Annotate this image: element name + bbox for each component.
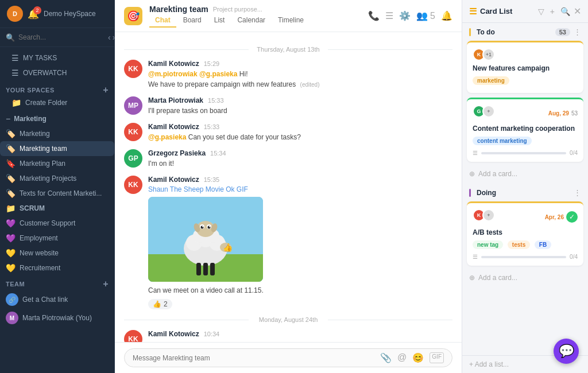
search-bar[interactable]: 🔍 ‹ › [0,28,114,47]
chat-input[interactable] [133,354,376,362]
space-icon: 💛 [6,263,16,273]
add-card-todo-button[interactable]: ⊕ Add a card... [462,166,588,181]
attachment-icon[interactable]: 📎 [380,352,392,363]
sidebar-item-new-website[interactable]: 💛 New website [0,246,114,261]
message-sender: Kamil Kotowicz [148,176,199,184]
space-icon: 💛 [6,248,16,258]
bell-icon[interactable]: 🔔 [441,10,452,21]
card-item[interactable]: K +1 New features campaign marketing [467,41,583,93]
tab-chat[interactable]: Chat [149,14,176,28]
card-subtask-count: 53 [571,110,578,116]
card-panel: ☰ Card List ▽ + 🔍 ✕ To do 53 ⋮ K +1 New … [462,0,588,373]
create-folder-label: Create Folder [25,99,103,107]
message-text: Can we meet on a video call at 11.15. [148,285,452,296]
item-label: Marketing Plan [20,160,109,168]
card-tag-tests: tests [508,240,530,249]
sidebar-item-texts-content[interactable]: 🏷️ Texts for Content Marketi... [0,186,114,201]
sidebar-item-employment[interactable]: 💜 Employment [0,231,114,246]
svg-point-14 [209,226,210,227]
members-icon[interactable]: 👥 5 [416,10,435,21]
sidebar-item-get-chat-link[interactable]: 🔗 Get a Chat link [0,290,114,309]
reaction-emoji: 👍 [153,300,161,308]
card-tags: new tag tests FB [473,240,578,251]
your-spaces-label[interactable]: YOUR SPACES + [6,85,109,95]
message-body: Kamil Kotowicz 10:34 [148,330,452,342]
sidebar-item-marekting-team[interactable]: 🏷️ Marekting team [0,141,114,156]
emoji-icon[interactable]: 😊 [412,352,424,363]
filter-icon[interactable]: ▽ [538,7,544,16]
sidebar-item-marta[interactable]: M Marta Piotrowiak (You) [0,309,114,327]
progress-text: 0/4 [570,254,578,260]
scrum-icon: 📁 [6,204,16,213]
shaun-gif: 👍 [148,197,263,282]
sidebar-item-create-folder[interactable]: 📁 Create Folder [6,95,109,110]
at-icon[interactable]: @ [397,352,407,363]
message-body: Kamil Kotowicz 15:33 @g.pasieka Can you … [148,123,452,142]
search-icon[interactable]: 🔍 [560,7,570,16]
sidebar-item-recruitement[interactable]: 💛 Recruitement [0,261,114,275]
add-card-doing-button[interactable]: ⊕ Add a card... [462,270,588,285]
card-item[interactable]: K + Apr, 26 ✓ A/B tests new tag tests FB… [467,201,583,266]
item-label: New website [20,249,109,257]
progress-bar [481,152,566,154]
gif-icon[interactable]: GIF [430,352,444,363]
todo-indicator [469,28,471,36]
card-date: Aug, 29 [548,110,569,116]
nav-chevrons[interactable]: ‹ › [108,33,115,42]
chat-fab-button[interactable]: 💬 [554,339,579,364]
reaction-button[interactable]: 👍 2 [148,299,172,309]
space-icon: 🏷️ [6,144,16,153]
date-divider-1: Thursday, August 13th [124,46,452,53]
column-menu-button[interactable]: ⋮ [574,28,581,36]
todo-column-header: To do 53 ⋮ [462,23,588,41]
tab-timeline[interactable]: Timeline [272,14,310,28]
search-icon: 🔍 [6,33,15,42]
card-tag-fb: FB [535,240,551,249]
notification-bell[interactable]: 🔔 2 [28,9,39,20]
chat-title: Marekting team [149,5,208,14]
date-divider-2: Monday, August 24th [124,316,452,323]
sidebar-item-overwatch[interactable]: ☰ OVERWATCH [6,65,109,80]
sidebar-item-marketing[interactable]: 🏷️ Marketing [0,126,114,141]
column-title: To do [477,28,552,36]
message-row: KK Kamil Kotowicz 10:34 [124,330,452,342]
card-panel-header: ☰ Card List ▽ + 🔍 ✕ [462,0,588,23]
mention: @g.pasieka [199,70,237,78]
column-menu-button[interactable]: ⋮ [574,188,581,197]
avatar: KK [124,60,142,78]
tab-board[interactable]: Board [177,14,207,28]
card-avatar-extra: + [482,105,495,118]
sidebar-item-scrum[interactable]: 📁 SCRUM [0,201,114,216]
tab-list[interactable]: List [208,14,231,28]
search-input[interactable] [18,33,105,41]
card-item[interactable]: G + Aug, 29 53 Content marketing coopera… [467,98,583,162]
chevron-left-icon[interactable]: ‹ [108,33,111,42]
gif-link[interactable]: Shaun The Sheep Movie Ok GIF [148,185,248,193]
phone-icon[interactable]: 📞 [368,10,380,21]
reaction-count: 2 [164,300,168,308]
mention: @m.piotrowiak [148,70,198,78]
add-space-button[interactable]: + [103,85,109,95]
header-actions: 📞 ☰ ⚙️ 👥 5 🔔 [368,10,452,21]
sidebar-item-customer-support[interactable]: 💜 Customer Support [0,216,114,231]
group-marketing[interactable]: − Marketing [0,111,114,126]
list-icon[interactable]: ☰ [385,10,393,21]
message-time: 10:34 [204,331,220,337]
team-label[interactable]: TEAM + [6,279,109,289]
sidebar-item-marketing-projects[interactable]: 🏷️ Marketing Projects [0,171,114,186]
card-title: Content marketing cooperation [473,125,578,133]
tab-calendar[interactable]: Calendar [231,14,271,28]
space-icon: 💜 [6,219,16,228]
column-title: Doing [477,189,570,197]
svg-point-13 [202,226,203,227]
add-team-button[interactable]: + [103,279,109,289]
plus-icon: ⊕ [469,170,475,178]
item-label: Marketing Projects [20,174,109,182]
sidebar-item-my-tasks[interactable]: ☰ MY TASKS [6,50,109,65]
space-icon: 🏷️ [6,129,16,138]
sidebar-item-marketing-plan[interactable]: 🔖 Marketing Plan [0,156,114,171]
settings-icon[interactable]: ⚙️ [399,10,411,21]
close-panel-button[interactable]: ✕ [574,6,581,17]
add-column-icon[interactable]: + [550,7,555,16]
message-text: I'm on it! [148,158,452,169]
